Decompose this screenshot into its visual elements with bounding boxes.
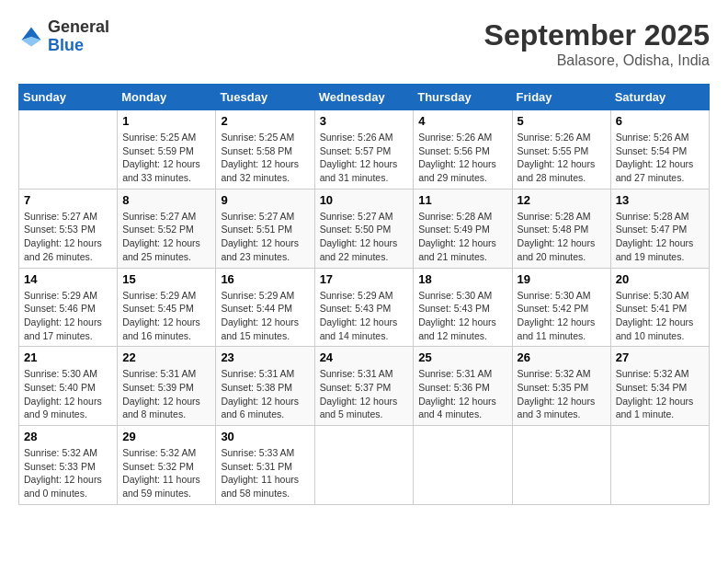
day-info: Sunrise: 5:26 AMSunset: 5:57 PMDaylight:…: [320, 131, 409, 185]
day-number: 17: [320, 272, 409, 286]
calendar-cell: 10Sunrise: 5:27 AMSunset: 5:50 PMDayligh…: [314, 189, 414, 268]
day-info: Sunrise: 5:25 AMSunset: 5:58 PMDaylight:…: [221, 131, 309, 185]
day-number: 8: [122, 193, 210, 207]
day-info: Sunrise: 5:26 AMSunset: 5:55 PMDaylight:…: [518, 131, 606, 185]
calendar-week-2: 7Sunrise: 5:27 AMSunset: 5:53 PMDaylight…: [19, 189, 710, 268]
calendar-cell: 30Sunrise: 5:33 AMSunset: 5:31 PMDayligh…: [216, 426, 314, 505]
day-info: Sunrise: 5:32 AMSunset: 5:34 PMDaylight:…: [616, 367, 704, 421]
day-number: 4: [418, 114, 506, 128]
logo-blue-text: Blue: [48, 36, 84, 54]
day-number: 18: [418, 272, 506, 286]
day-info: Sunrise: 5:28 AMSunset: 5:49 PMDaylight:…: [418, 210, 506, 264]
day-info: Sunrise: 5:29 AMSunset: 5:46 PMDaylight:…: [24, 289, 112, 343]
calendar-cell: [414, 426, 512, 505]
column-header-wednesday: Wednesday: [314, 85, 414, 110]
calendar-header: SundayMondayTuesdayWednesdayThursdayFrid…: [19, 85, 710, 110]
day-number: 15: [122, 272, 210, 286]
calendar-table: SundayMondayTuesdayWednesdayThursdayFrid…: [18, 84, 710, 505]
calendar-cell: 2Sunrise: 5:25 AMSunset: 5:58 PMDaylight…: [216, 110, 314, 190]
calendar-cell: 24Sunrise: 5:31 AMSunset: 5:37 PMDayligh…: [314, 347, 414, 426]
calendar-cell: 19Sunrise: 5:30 AMSunset: 5:42 PMDayligh…: [512, 268, 610, 347]
column-header-tuesday: Tuesday: [216, 85, 314, 110]
calendar-week-1: 1Sunrise: 5:25 AMSunset: 5:59 PMDaylight…: [19, 110, 710, 190]
calendar-cell: 22Sunrise: 5:31 AMSunset: 5:39 PMDayligh…: [118, 347, 216, 426]
day-number: 14: [24, 272, 112, 286]
day-info: Sunrise: 5:31 AMSunset: 5:37 PMDaylight:…: [320, 367, 409, 421]
day-number: 24: [320, 350, 409, 364]
logo-general-text: General: [48, 17, 109, 36]
day-info: Sunrise: 5:29 AMSunset: 5:44 PMDaylight:…: [221, 289, 309, 343]
day-number: 12: [518, 193, 606, 207]
day-number: 16: [221, 272, 309, 286]
calendar-cell: 18Sunrise: 5:30 AMSunset: 5:43 PMDayligh…: [414, 268, 512, 347]
column-header-saturday: Saturday: [610, 85, 709, 110]
day-info: Sunrise: 5:28 AMSunset: 5:48 PMDaylight:…: [518, 210, 606, 264]
calendar-cell: [512, 426, 610, 505]
calendar-cell: 29Sunrise: 5:32 AMSunset: 5:32 PMDayligh…: [118, 426, 216, 505]
day-info: Sunrise: 5:30 AMSunset: 5:43 PMDaylight:…: [418, 289, 506, 343]
day-info: Sunrise: 5:26 AMSunset: 5:54 PMDaylight:…: [616, 131, 704, 185]
calendar-cell: 20Sunrise: 5:30 AMSunset: 5:41 PMDayligh…: [610, 268, 709, 347]
calendar-cell: [19, 110, 118, 190]
location: Balasore, Odisha, India: [484, 52, 710, 69]
column-header-thursday: Thursday: [414, 85, 512, 110]
day-info: Sunrise: 5:28 AMSunset: 5:47 PMDaylight:…: [616, 210, 704, 264]
title-block: September 2025 Balasore, Odisha, India: [484, 18, 710, 69]
calendar-cell: 11Sunrise: 5:28 AMSunset: 5:49 PMDayligh…: [414, 189, 512, 268]
day-number: 1: [122, 114, 210, 128]
calendar-cell: 17Sunrise: 5:29 AMSunset: 5:43 PMDayligh…: [314, 268, 414, 347]
column-header-friday: Friday: [512, 85, 610, 110]
column-header-monday: Monday: [118, 85, 216, 110]
calendar-cell: 6Sunrise: 5:26 AMSunset: 5:54 PMDaylight…: [610, 110, 709, 190]
column-header-sunday: Sunday: [19, 85, 118, 110]
calendar-cell: 15Sunrise: 5:29 AMSunset: 5:45 PMDayligh…: [118, 268, 216, 347]
day-info: Sunrise: 5:32 AMSunset: 5:33 PMDaylight:…: [24, 446, 112, 500]
calendar-week-4: 21Sunrise: 5:30 AMSunset: 5:40 PMDayligh…: [19, 347, 710, 426]
calendar-cell: 27Sunrise: 5:32 AMSunset: 5:34 PMDayligh…: [610, 347, 709, 426]
calendar-cell: 13Sunrise: 5:28 AMSunset: 5:47 PMDayligh…: [610, 189, 709, 268]
day-info: Sunrise: 5:27 AMSunset: 5:52 PMDaylight:…: [122, 210, 210, 264]
calendar-cell: 28Sunrise: 5:32 AMSunset: 5:33 PMDayligh…: [19, 426, 118, 505]
day-info: Sunrise: 5:30 AMSunset: 5:41 PMDaylight:…: [616, 289, 704, 343]
day-info: Sunrise: 5:32 AMSunset: 5:35 PMDaylight:…: [518, 367, 606, 421]
day-info: Sunrise: 5:31 AMSunset: 5:36 PMDaylight:…: [418, 367, 506, 421]
day-number: 9: [221, 193, 309, 207]
day-info: Sunrise: 5:30 AMSunset: 5:42 PMDaylight:…: [518, 289, 606, 343]
calendar-week-3: 14Sunrise: 5:29 AMSunset: 5:46 PMDayligh…: [19, 268, 710, 347]
calendar-cell: 4Sunrise: 5:26 AMSunset: 5:56 PMDaylight…: [414, 110, 512, 190]
day-info: Sunrise: 5:31 AMSunset: 5:38 PMDaylight:…: [221, 367, 309, 421]
calendar-cell: 3Sunrise: 5:26 AMSunset: 5:57 PMDaylight…: [314, 110, 414, 190]
calendar-cell: 9Sunrise: 5:27 AMSunset: 5:51 PMDaylight…: [216, 189, 314, 268]
day-number: 2: [221, 114, 309, 128]
day-number: 27: [616, 350, 704, 364]
day-number: 10: [320, 193, 409, 207]
day-number: 29: [122, 430, 210, 443]
day-number: 3: [320, 114, 409, 128]
calendar-cell: 26Sunrise: 5:32 AMSunset: 5:35 PMDayligh…: [512, 347, 610, 426]
calendar-cell: 16Sunrise: 5:29 AMSunset: 5:44 PMDayligh…: [216, 268, 314, 347]
calendar-cell: 14Sunrise: 5:29 AMSunset: 5:46 PMDayligh…: [19, 268, 118, 347]
day-number: 28: [24, 430, 112, 443]
calendar-week-5: 28Sunrise: 5:32 AMSunset: 5:33 PMDayligh…: [19, 426, 710, 505]
day-info: Sunrise: 5:32 AMSunset: 5:32 PMDaylight:…: [122, 446, 210, 500]
calendar-cell: 21Sunrise: 5:30 AMSunset: 5:40 PMDayligh…: [19, 347, 118, 426]
day-number: 5: [518, 114, 606, 128]
day-number: 22: [122, 350, 210, 364]
day-number: 26: [518, 350, 606, 364]
calendar-cell: 8Sunrise: 5:27 AMSunset: 5:52 PMDaylight…: [118, 189, 216, 268]
day-info: Sunrise: 5:29 AMSunset: 5:43 PMDaylight:…: [320, 289, 409, 343]
calendar-cell: 23Sunrise: 5:31 AMSunset: 5:38 PMDayligh…: [216, 347, 314, 426]
day-number: 19: [518, 272, 606, 286]
calendar-cell: 12Sunrise: 5:28 AMSunset: 5:48 PMDayligh…: [512, 189, 610, 268]
calendar-cell: 7Sunrise: 5:27 AMSunset: 5:53 PMDaylight…: [19, 189, 118, 268]
day-info: Sunrise: 5:27 AMSunset: 5:51 PMDaylight:…: [221, 210, 309, 264]
day-info: Sunrise: 5:33 AMSunset: 5:31 PMDaylight:…: [221, 446, 309, 500]
month-title: September 2025: [484, 18, 710, 52]
calendar-cell: [610, 426, 709, 505]
day-info: Sunrise: 5:26 AMSunset: 5:56 PMDaylight:…: [418, 131, 506, 185]
day-info: Sunrise: 5:30 AMSunset: 5:40 PMDaylight:…: [24, 367, 112, 421]
day-number: 11: [418, 193, 506, 207]
logo-icon: [18, 24, 44, 50]
calendar-body: 1Sunrise: 5:25 AMSunset: 5:59 PMDaylight…: [19, 110, 710, 505]
day-number: 20: [616, 272, 704, 286]
